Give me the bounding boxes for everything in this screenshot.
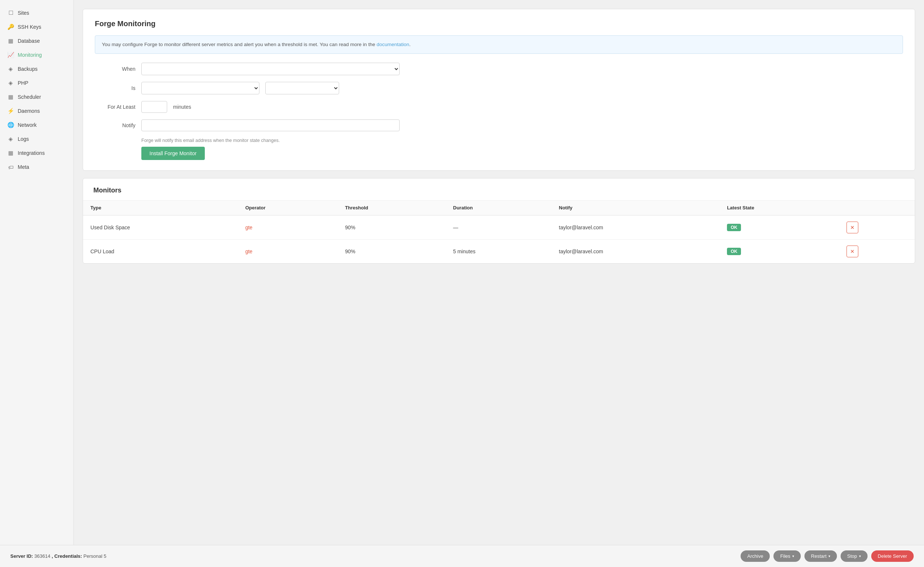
notify-hint: Forge will notify this email address whe… xyxy=(141,138,903,143)
footer: Server ID: 363614 , Credentials: Persona… xyxy=(0,545,924,567)
backups-icon: ◈ xyxy=(8,66,14,72)
archive-button[interactable]: Archive xyxy=(740,550,770,562)
is-row: Is xyxy=(95,82,903,94)
scheduler-icon: ▦ xyxy=(8,94,14,100)
notify-input[interactable] xyxy=(141,120,400,131)
sidebar-label-sites: Sites xyxy=(18,10,29,16)
sites-icon: ☐ xyxy=(8,10,14,16)
info-box: You may configure Forge to monitor diffe… xyxy=(95,35,903,54)
col-latest-state: Latest State xyxy=(719,201,839,215)
sidebar-item-database[interactable]: ▦ Database xyxy=(0,34,74,48)
meta-icon: 🏷 xyxy=(8,164,14,170)
sidebar-label-backups: Backups xyxy=(18,66,38,72)
sidebar-item-php[interactable]: ◈ PHP xyxy=(0,76,74,90)
sidebar-item-backups[interactable]: ◈ Backups xyxy=(0,62,74,76)
info-text: You may configure Forge to monitor diffe… xyxy=(102,42,376,47)
cell-operator: gte xyxy=(238,240,338,264)
daemons-icon: ⚡ xyxy=(8,108,14,114)
cell-latest-state: OK xyxy=(719,240,839,264)
sidebar-item-meta[interactable]: 🏷 Meta xyxy=(0,160,74,174)
cell-threshold: 90% xyxy=(338,215,446,240)
sidebar-item-scheduler[interactable]: ▦ Scheduler xyxy=(0,90,74,104)
notify-group: Notify Forge will notify this email addr… xyxy=(95,120,903,143)
integrations-icon: ▦ xyxy=(8,150,14,156)
table-row: CPU Load gte 90% 5 minutes taylor@larave… xyxy=(83,240,915,264)
php-icon: ◈ xyxy=(8,80,14,86)
cell-type: Used Disk Space xyxy=(83,215,238,240)
stop-button[interactable]: Stop ▾ xyxy=(841,550,868,562)
main-content: Forge Monitoring You may configure Forge… xyxy=(74,0,924,567)
cell-duration: — xyxy=(446,215,552,240)
sidebar-item-integrations[interactable]: ▦ Integrations xyxy=(0,146,74,160)
credentials-value: Personal 5 xyxy=(83,554,106,559)
cell-duration: 5 minutes xyxy=(446,240,552,264)
info-text-end: . xyxy=(409,42,411,47)
delete-server-button[interactable]: Delete Server xyxy=(871,550,913,562)
for-at-least-row: For At Least minutes xyxy=(95,101,903,113)
server-id-label: Server ID: xyxy=(11,554,34,559)
cell-threshold: 90% xyxy=(338,240,446,264)
col-operator: Operator xyxy=(238,201,338,215)
monitors-card: Monitors Type Operator Threshold Duratio… xyxy=(83,178,915,264)
sidebar-label-php: PHP xyxy=(18,80,29,86)
is-value-select[interactable] xyxy=(265,82,339,94)
notify-row: Notify xyxy=(95,120,903,131)
cell-notify: taylor@laravel.com xyxy=(552,240,720,264)
cell-operator: gte xyxy=(238,215,338,240)
sidebar-label-daemons: Daemons xyxy=(18,108,40,114)
credentials-label: , Credentials: xyxy=(50,554,83,559)
sidebar-label-meta: Meta xyxy=(18,164,29,170)
table-header-row: Type Operator Threshold Duration Notify … xyxy=(83,201,915,215)
install-button-row: Install Forge Monitor xyxy=(141,147,903,160)
page-title: Forge Monitoring xyxy=(95,20,903,28)
delete-monitor-button[interactable]: ✕ xyxy=(847,222,858,233)
cell-latest-state: OK xyxy=(719,215,839,240)
notify-label: Notify xyxy=(95,122,135,128)
footer-server-info: Server ID: 363614 , Credentials: Persona… xyxy=(11,554,737,559)
is-label: Is xyxy=(95,85,135,91)
sidebar-label-ssh-keys: SSH Keys xyxy=(18,24,41,30)
cell-type: CPU Load xyxy=(83,240,238,264)
sidebar-item-ssh-keys[interactable]: 🔑 SSH Keys xyxy=(0,20,74,34)
sidebar-label-logs: Logs xyxy=(18,136,29,142)
minutes-label: minutes xyxy=(173,104,191,110)
cell-delete: ✕ xyxy=(839,240,915,264)
stop-chevron: ▾ xyxy=(859,554,861,558)
files-button[interactable]: Files ▾ xyxy=(774,550,801,562)
col-actions xyxy=(839,201,915,215)
server-id-value: 363614 xyxy=(34,554,50,559)
col-duration: Duration xyxy=(446,201,552,215)
cell-notify: taylor@laravel.com xyxy=(552,215,720,240)
col-threshold: Threshold xyxy=(338,201,446,215)
sidebar-item-logs[interactable]: ◈ Logs xyxy=(0,132,74,146)
forge-monitoring-card: Forge Monitoring You may configure Forge… xyxy=(83,9,915,171)
restart-chevron: ▾ xyxy=(828,554,830,558)
ssh-keys-icon: 🔑 xyxy=(8,24,14,30)
when-row: When xyxy=(95,63,903,75)
documentation-link[interactable]: documentation xyxy=(376,42,409,47)
sidebar: ☐ Sites 🔑 SSH Keys ▦ Database 📈 Monitori… xyxy=(0,0,74,567)
sidebar-item-daemons[interactable]: ⚡ Daemons xyxy=(0,104,74,118)
restart-button[interactable]: Restart ▾ xyxy=(804,550,837,562)
cell-delete: ✕ xyxy=(839,215,915,240)
monitors-table: Type Operator Threshold Duration Notify … xyxy=(83,201,915,263)
monitors-title: Monitors xyxy=(83,178,915,201)
delete-monitor-button[interactable]: ✕ xyxy=(847,246,858,257)
logs-icon: ◈ xyxy=(8,136,14,142)
sidebar-item-network[interactable]: 🌐 Network xyxy=(0,118,74,132)
sidebar-label-monitoring: Monitoring xyxy=(18,52,42,58)
sidebar-item-monitoring[interactable]: 📈 Monitoring xyxy=(0,48,74,62)
duration-input[interactable] xyxy=(141,101,167,113)
sidebar-item-sites[interactable]: ☐ Sites xyxy=(0,6,74,20)
when-label: When xyxy=(95,66,135,72)
sidebar-label-scheduler: Scheduler xyxy=(18,94,41,100)
for-at-least-label: For At Least xyxy=(95,104,135,110)
col-type: Type xyxy=(83,201,238,215)
install-forge-monitor-button[interactable]: Install Forge Monitor xyxy=(141,147,205,160)
is-operator-select[interactable] xyxy=(141,82,259,94)
when-select[interactable] xyxy=(141,63,400,75)
monitoring-icon: 📈 xyxy=(8,52,14,58)
sidebar-label-network: Network xyxy=(18,122,36,128)
col-notify: Notify xyxy=(552,201,720,215)
files-chevron: ▾ xyxy=(792,554,794,558)
